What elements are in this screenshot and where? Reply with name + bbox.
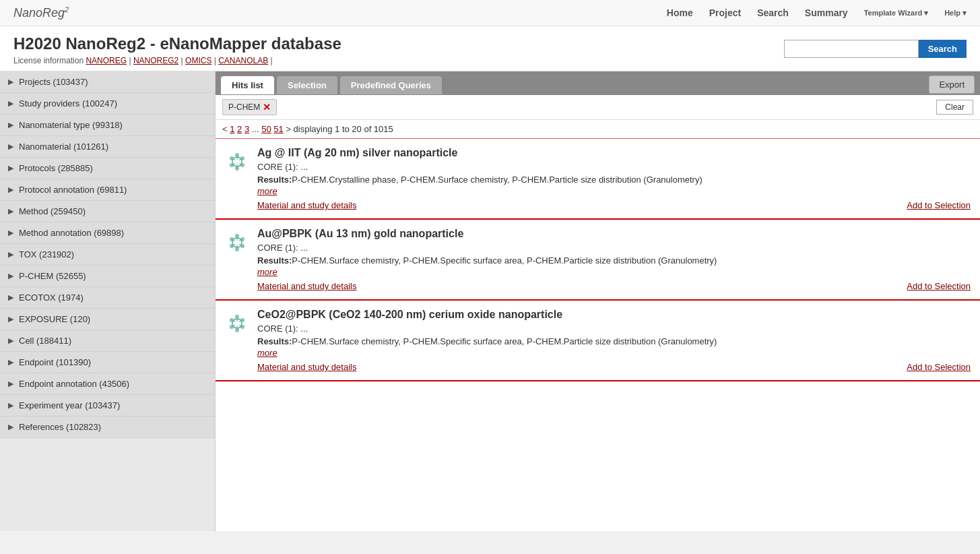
svg-point-28 [240,318,244,322]
svg-point-4 [235,166,239,171]
sidebar-item-2[interactable]: ▶Nanomaterial type (99318) [0,115,215,136]
clear-button[interactable]: Clear [936,100,973,115]
search-button[interactable]: Search [919,40,967,58]
sidebar-label-11: EXPOSURE (120) [19,314,90,324]
sidebar-item-5[interactable]: ▶Protocol annotation (69811) [0,179,215,201]
result-icon-2 [225,311,249,336]
sidebar-label-2: Nanomaterial type (99318) [19,120,123,130]
nav-home[interactable]: Home [667,7,693,18]
result-title-0: Ag @ IIT (Ag 20 nm) silver nanoparticle [257,147,971,159]
result-material-link-2[interactable]: Material and study details [257,362,356,372]
tab-selection[interactable]: Selection [277,76,337,94]
result-more-2[interactable]: more [257,348,277,358]
sidebar-item-11[interactable]: ▶EXPOSURE (120) [0,309,215,330]
svg-point-15 [240,237,244,241]
sidebar-item-8[interactable]: ▶TOX (231902) [0,244,215,266]
svg-line-25 [234,240,235,241]
license-cananolab[interactable]: CANANOLAB [218,56,268,65]
result-more-1[interactable]: more [257,267,277,277]
filter-remove-icon[interactable]: ✕ [263,102,271,113]
result-add-selection-2[interactable]: Add to Selection [907,362,971,372]
pagination: < 1 2 3 ... 50 51 > displaying 1 to 20 o… [216,120,980,139]
svg-point-19 [230,237,234,241]
sidebar-item-12[interactable]: ▶Cell (188411) [0,330,215,352]
sidebar-arrow-16: ▶ [8,423,13,431]
sidebar-arrow-10: ▶ [8,293,13,302]
result-add-selection-0[interactable]: Add to Selection [907,200,971,210]
search-input[interactable] [784,40,919,58]
svg-point-30 [235,328,239,332]
result-core-0: CORE (1): ... [257,162,971,172]
sidebar-label-6: Method (259450) [19,206,86,216]
sidebar-arrow-4: ▶ [8,164,13,173]
result-core-link-0[interactable]: ... [300,162,308,172]
svg-line-22 [239,244,240,245]
svg-line-37 [234,325,235,326]
export-button[interactable]: Export [929,75,975,94]
sidebar-label-9: P-CHEM (52655) [19,271,86,281]
result-add-selection-1[interactable]: Add to Selection [907,281,971,291]
sidebar-arrow-13: ▶ [8,358,13,367]
svg-line-11 [234,163,235,164]
nav-template-wizard[interactable]: Template Wizard▾ [864,9,929,18]
license-nanoreg2[interactable]: NANOREG2 [133,56,178,65]
sidebar-item-16[interactable]: ▶References (102823) [0,417,215,438]
sidebar-item-0[interactable]: ▶Projects (103437) [0,71,215,93]
page-1[interactable]: 1 [230,124,234,134]
result-material-link-1[interactable]: Material and study details [257,281,356,291]
sidebar-label-16: References (102823) [19,422,101,432]
sidebar-arrow-15: ▶ [8,401,13,410]
result-core-2: CORE (1): ... [257,324,971,334]
sidebar-arrow-3: ▶ [8,142,13,151]
nav-summary[interactable]: Summary [805,7,848,18]
sidebar-item-3[interactable]: ▶Nanomaterial (101261) [0,136,215,158]
sidebar-label-3: Nanomaterial (101261) [19,142,108,152]
sidebar-label-15: Experiment year (103437) [19,400,120,410]
tab-hits-list[interactable]: Hits list [221,76,274,94]
sidebar-arrow-0: ▶ [8,78,13,86]
nav-help[interactable]: Help▾ [944,9,967,18]
result-material-link-0[interactable]: Material and study details [257,200,356,210]
page-3[interactable]: 3 [244,124,249,134]
sidebar-item-7[interactable]: ▶Method annotation (69898) [0,222,215,244]
svg-line-24 [234,244,235,245]
result-core-link-2[interactable]: ... [300,324,308,334]
svg-line-9 [239,163,240,164]
sidebar-arrow-14: ▶ [8,379,13,388]
sidebar-arrow-8: ▶ [8,250,13,259]
sidebar-item-9[interactable]: ▶P-CHEM (52655) [0,266,215,287]
results-list: Ag @ IIT (Ag 20 nm) silver nanoparticle … [216,139,980,381]
svg-line-8 [239,159,240,160]
sidebar-item-6[interactable]: ▶Method (259450) [0,201,215,222]
license-omics[interactable]: OMICS [185,56,211,65]
sidebar-item-10[interactable]: ▶ECOTOX (1974) [0,287,215,309]
sidebar-item-4[interactable]: ▶Protocols (285885) [0,158,215,179]
result-results-1: Results:P-CHEM.Surface chemistry, P-CHEM… [257,255,971,266]
page-50[interactable]: 50 [261,124,271,134]
nav-search[interactable]: Search [757,7,789,18]
page-51[interactable]: 51 [273,124,283,134]
page-2[interactable]: 2 [237,124,242,134]
result-more-0[interactable]: more [257,186,277,196]
svg-line-21 [239,240,240,241]
sidebar-item-13[interactable]: ▶Endpoint (101390) [0,352,215,373]
result-results-0: Results:P-CHEM.Crystalline phase, P-CHEM… [257,175,971,185]
sidebar-label-14: Endpoint annotation (43506) [19,379,129,389]
sidebar-item-14[interactable]: ▶Endpoint annotation (43506) [0,373,215,395]
sidebar-label-8: TOX (231902) [19,249,74,259]
sidebar-item-15[interactable]: ▶Experiment year (103437) [0,395,215,417]
sidebar-label-0: Projects (103437) [19,77,88,87]
result-core-link-1[interactable]: ... [300,243,308,253]
result-title-1: Au@PBPK (Au 13 nm) gold nanoparticle [257,228,971,240]
svg-line-34 [239,321,240,322]
nav-project[interactable]: Project [709,7,741,18]
result-icon-0 [225,150,249,174]
result-item-0: Ag @ IIT (Ag 20 nm) silver nanoparticle … [216,139,980,220]
license-nanoreg[interactable]: NANOREG [86,56,127,65]
svg-point-6 [230,156,234,160]
sidebar-item-1[interactable]: ▶Study providers (100247) [0,93,215,115]
sidebar-arrow-2: ▶ [8,121,13,129]
sidebar-arrow-7: ▶ [8,228,13,237]
svg-point-32 [230,318,234,322]
tab-predefined-queries[interactable]: Predefined Queries [340,76,442,94]
